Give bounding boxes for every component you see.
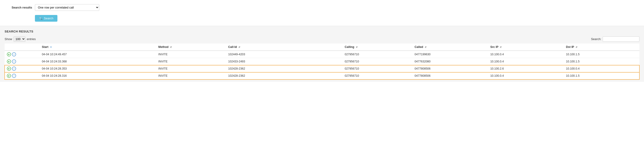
cell-callid: 102449-4203 xyxy=(226,51,342,58)
sort-icon-srcip: ⇵ xyxy=(500,46,502,48)
info-icon[interactable]: i xyxy=(12,74,16,78)
col-header-method[interactable]: Method ⇵ xyxy=(156,44,226,51)
col-header-callid[interactable]: Call-Id ⇵ xyxy=(226,44,342,51)
cell-dstip: 10.100.1.5 xyxy=(564,72,640,79)
table-search-label: Search: xyxy=(591,37,601,41)
col-header-dstip[interactable]: Dst IP ⇵ xyxy=(564,44,640,51)
cell-callid: 102428-2362 xyxy=(226,65,342,72)
cell-calling: 027956710 xyxy=(342,51,412,58)
table-row: ▶ i 04-04 10:24:28.353INVITE102428-23620… xyxy=(4,65,640,72)
cell-srcip: 10.100.0.4 xyxy=(488,58,564,65)
col-header-called[interactable]: Called ⇵ xyxy=(412,44,488,51)
cell-calling: 027956710 xyxy=(342,58,412,65)
play-icon[interactable]: ▶ xyxy=(7,66,11,71)
cell-dstip: 10.100.1.5 xyxy=(564,51,640,58)
cell-callid: 102428-2362 xyxy=(226,72,342,79)
entries-label: entries xyxy=(27,37,36,41)
search-icon: 🔍 xyxy=(39,17,42,20)
col-called-label: Called xyxy=(414,45,423,49)
col-header-actions xyxy=(4,44,40,51)
cell-actions: ▶ i xyxy=(4,65,40,72)
table-search-input[interactable] xyxy=(603,36,640,42)
cell-srcip: 10.100.2.6 xyxy=(488,65,564,72)
cell-dstip: 10.100.0.4 xyxy=(564,65,640,72)
table-row: ▶ i 04-04 10:24:33.368INVITE102433-24930… xyxy=(4,58,640,65)
cell-called: 0477808506 xyxy=(412,65,488,72)
cell-start: 04-04 10:24:28.316 xyxy=(40,72,156,79)
cell-method: INVITE xyxy=(156,72,226,79)
cell-method: INVITE xyxy=(156,65,226,72)
info-icon[interactable]: i xyxy=(12,59,16,64)
cell-dstip: 10.100.1.5 xyxy=(564,58,640,65)
cell-start: 04-04 10:24:33.368 xyxy=(40,58,156,65)
col-start-label: Start xyxy=(42,45,48,49)
show-label: Show xyxy=(4,37,12,41)
cell-called: 0477632080 xyxy=(412,58,488,65)
col-header-start[interactable]: Start ▼ xyxy=(40,44,156,51)
search-button[interactable]: 🔍 Search xyxy=(35,15,58,22)
cell-method: INVITE xyxy=(156,51,226,58)
cell-method: INVITE xyxy=(156,58,226,65)
sort-icon-called: ⇵ xyxy=(425,46,426,48)
sort-icon-method: ⇵ xyxy=(170,46,172,48)
play-icon[interactable]: ▶ xyxy=(7,74,11,78)
table-row: ▶ i 04-04 10:24:49.457INVITE102449-42030… xyxy=(4,51,640,58)
col-callid-label: Call-Id xyxy=(228,45,237,49)
cell-start: 04-04 10:24:49.457 xyxy=(40,51,156,58)
sort-icon-dstip: ⇵ xyxy=(576,46,578,48)
search-results-dropdown[interactable]: One row per correlated callAll rows xyxy=(35,4,99,11)
cell-calling: 027956710 xyxy=(342,72,412,79)
results-table: Start ▼ Method ⇵ Call-Id ⇵ Calling ⇵ Cal… xyxy=(4,44,640,79)
col-calling-label: Calling xyxy=(345,45,354,49)
cell-actions: ▶ i xyxy=(4,58,40,65)
entries-select[interactable]: 100 25 50 xyxy=(14,36,26,42)
sort-icon-start: ▼ xyxy=(50,46,52,48)
info-icon[interactable]: i xyxy=(12,52,16,56)
cell-called: 0477808506 xyxy=(412,72,488,79)
info-icon[interactable]: i xyxy=(12,66,16,71)
sort-icon-calling: ⇵ xyxy=(356,46,358,48)
cell-calling: 027956710 xyxy=(342,65,412,72)
play-icon[interactable]: ▶ xyxy=(7,59,11,64)
cell-callid: 102433-2493 xyxy=(226,58,342,65)
cell-actions: ▶ i xyxy=(4,51,40,58)
cell-called: 0477199630 xyxy=(412,51,488,58)
cell-start: 04-04 10:24:28.353 xyxy=(40,65,156,72)
sort-icon-callid: ⇵ xyxy=(238,46,240,48)
table-row: ▶ i 04-04 10:24:28.316INVITE102428-23620… xyxy=(4,72,640,79)
section-title: SEARCH RESULTS xyxy=(4,30,640,33)
play-icon[interactable]: ▶ xyxy=(7,52,11,56)
search-button-label: Search xyxy=(44,17,53,20)
col-header-srcip[interactable]: Src IP ⇵ xyxy=(488,44,564,51)
cell-srcip: 10.100.0.4 xyxy=(488,51,564,58)
cell-srcip: 10.100.0.4 xyxy=(488,72,564,79)
search-results-label: Search results xyxy=(7,6,32,9)
col-srcip-label: Src IP xyxy=(490,45,498,49)
col-dstip-label: Dst IP xyxy=(566,45,574,49)
col-method-label: Method xyxy=(158,45,168,49)
col-header-calling[interactable]: Calling ⇵ xyxy=(342,44,412,51)
cell-actions: ▶ i xyxy=(4,72,40,79)
